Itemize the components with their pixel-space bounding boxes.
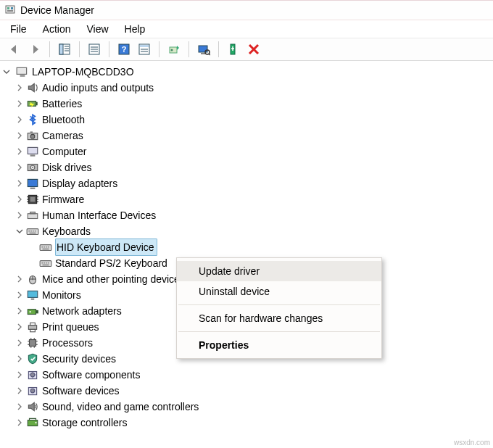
tree-category-row[interactable]: Storage controllers — [1, 415, 493, 431]
svg-rect-71 — [28, 291, 38, 297]
scan-hardware-button[interactable] — [194, 40, 214, 59]
twisty-icon[interactable] — [14, 223, 25, 239]
svg-point-90 — [30, 389, 35, 393]
category-icon — [26, 320, 39, 333]
tree-category-row[interactable]: Disk drives — [1, 159, 493, 175]
svg-point-20 — [171, 49, 173, 51]
svg-rect-51 — [28, 231, 30, 232]
context-menu: Update driver Uninstall device Scan for … — [176, 257, 382, 359]
cm-scan-hardware[interactable]: Scan for hardware changes — [177, 308, 381, 328]
tree-category-row[interactable]: Display adapters — [1, 175, 493, 191]
svg-rect-53 — [33, 231, 34, 232]
tree-category-row[interactable]: Bluetooth — [1, 112, 493, 128]
cm-properties[interactable]: Properties — [177, 335, 381, 355]
svg-rect-66 — [48, 262, 49, 264]
tree-category-row[interactable]: Audio inputs and outputs — [1, 80, 493, 96]
tree-category-row[interactable]: Firmware — [1, 191, 493, 207]
titlebar: Device Manager — [0, 0, 493, 20]
twisty-icon[interactable] — [14, 207, 25, 223]
twisty-icon[interactable] — [14, 287, 25, 303]
tree-root-row[interactable]: LAPTOP-MQBCDD3O — [1, 64, 493, 80]
svg-rect-58 — [44, 246, 45, 248]
twisty-icon[interactable] — [14, 271, 25, 287]
tree-root-label: LAPTOP-MQBCDD3O — [32, 64, 134, 80]
svg-rect-1 — [7, 7, 9, 9]
twisty-icon[interactable] — [14, 351, 25, 367]
svg-rect-61 — [43, 249, 49, 250]
tree-category-label: Network adapters — [42, 303, 122, 319]
tree-category-row[interactable]: Human Interface Devices — [1, 207, 493, 223]
svg-rect-65 — [46, 262, 47, 264]
twisty-icon[interactable] — [14, 319, 25, 335]
tree-category-label: Computer — [42, 144, 86, 159]
twisty-icon[interactable] — [1, 64, 12, 80]
action-list-button[interactable] — [134, 40, 154, 59]
twisty-icon[interactable] — [14, 175, 25, 191]
toolbar-separator — [79, 41, 80, 57]
cm-uninstall-device[interactable]: Uninstall device — [177, 281, 381, 302]
show-hide-tree-button[interactable] — [54, 40, 75, 59]
svg-rect-52 — [30, 231, 32, 232]
tree-category-label: Sound, video and game controllers — [42, 399, 199, 415]
disable-device-button[interactable] — [244, 40, 264, 59]
svg-point-31 — [30, 134, 35, 138]
twisty-icon[interactable] — [14, 335, 25, 351]
twisty-icon[interactable] — [14, 96, 25, 112]
enable-device-button[interactable] — [223, 40, 244, 59]
tree-category-row[interactable]: Software devices — [1, 383, 493, 399]
twisty-icon[interactable] — [14, 303, 25, 319]
twisty-icon[interactable] — [14, 144, 25, 159]
tree-category-row[interactable]: Sound, video and game controllers — [1, 399, 493, 415]
toolbar-separator — [188, 41, 189, 57]
svg-rect-3 — [7, 10, 13, 12]
tree-category-label: Batteries — [42, 96, 82, 112]
twisty-icon[interactable] — [14, 367, 25, 383]
menu-view[interactable]: View — [79, 22, 115, 36]
twisty-icon[interactable] — [14, 399, 25, 415]
properties-button[interactable] — [84, 40, 104, 59]
svg-rect-32 — [30, 131, 33, 133]
svg-rect-64 — [44, 262, 45, 264]
tree-category-label: Firmware — [42, 191, 84, 207]
svg-rect-59 — [46, 246, 47, 248]
tree-category-label: Print queues — [42, 319, 99, 335]
update-driver-button[interactable] — [164, 40, 184, 59]
tree-category-row[interactable]: Software components — [1, 367, 493, 383]
tree-category-row[interactable]: Computer — [1, 144, 493, 159]
back-button[interactable] — [4, 40, 25, 59]
svg-rect-77 — [30, 329, 36, 331]
category-icon — [26, 225, 39, 238]
category-icon — [26, 416, 39, 429]
forward-button[interactable] — [25, 40, 45, 59]
svg-rect-57 — [41, 246, 43, 248]
twisty-icon[interactable] — [14, 159, 25, 175]
svg-line-24 — [209, 54, 210, 55]
tree-category-label: Keyboards — [42, 223, 91, 239]
svg-rect-2 — [11, 7, 13, 9]
tree-category-label: Software components — [42, 367, 140, 383]
help-button[interactable]: ? — [114, 40, 134, 59]
tree-category-row[interactable]: Batteries — [1, 96, 493, 112]
twisty-icon[interactable] — [14, 383, 25, 399]
tree-device-row[interactable]: HID Keyboard Device — [1, 239, 493, 255]
twisty-icon[interactable] — [14, 80, 25, 96]
twisty-icon[interactable] — [14, 128, 25, 144]
svg-rect-26 — [17, 67, 27, 74]
menu-help[interactable]: Help — [117, 22, 153, 36]
cm-update-driver[interactable]: Update driver — [177, 261, 381, 281]
svg-rect-48 — [28, 214, 38, 219]
toolbar-separator — [49, 41, 50, 57]
twisty-icon[interactable] — [14, 112, 25, 128]
twisty-icon[interactable] — [14, 191, 25, 207]
menu-file[interactable]: File — [3, 22, 34, 36]
tree-category-row[interactable]: Keyboards — [1, 223, 493, 239]
svg-rect-27 — [20, 75, 25, 77]
category-icon — [26, 177, 39, 190]
tree-category-row[interactable]: Cameras — [1, 128, 493, 144]
svg-point-92 — [35, 422, 36, 423]
menu-action[interactable]: Action — [36, 22, 78, 36]
category-icon — [26, 161, 39, 174]
twisty-icon[interactable] — [14, 415, 25, 431]
toolbar-separator — [218, 41, 219, 57]
device-manager-icon — [4, 4, 16, 16]
